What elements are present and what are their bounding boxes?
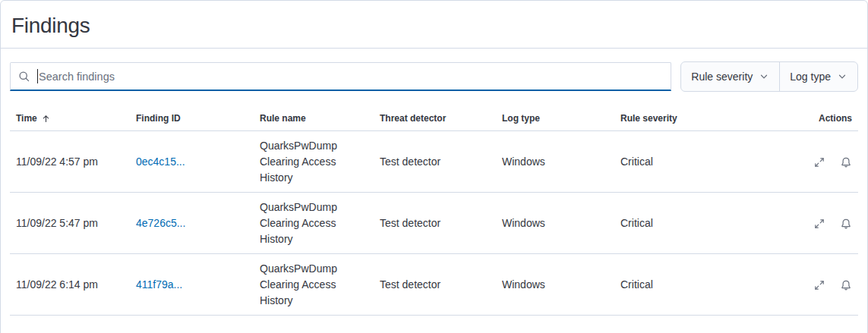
finding-row: 11/09/22 5:47 pm 4e726c5... QuarksPwDump… bbox=[10, 193, 858, 254]
finding-rule-name: QuarksPwDump Clearing Access History bbox=[254, 193, 374, 254]
finding-rule-name: QuarksPwDump Clearing Access History bbox=[254, 254, 374, 316]
column-header-rule-name: Rule name bbox=[254, 108, 374, 131]
column-header-rule-severity: Rule severity bbox=[614, 108, 759, 131]
page-title: Findings bbox=[11, 14, 857, 38]
finding-time: 11/09/22 5:47 pm bbox=[10, 193, 130, 254]
findings-table: Time Finding ID Rule name Threat detecto… bbox=[10, 108, 858, 316]
expand-finding-button[interactable] bbox=[813, 156, 825, 168]
search-input[interactable]: Search findings bbox=[10, 62, 671, 91]
findings-panel: Findings Search findings Rule severity bbox=[0, 0, 868, 333]
expand-finding-button[interactable] bbox=[813, 218, 825, 230]
finding-threat-detector: Test detector bbox=[374, 131, 496, 193]
column-header-actions: Actions bbox=[759, 108, 858, 131]
finding-rule-severity: Critical bbox=[614, 193, 759, 254]
sort-ascending-icon bbox=[41, 114, 51, 124]
search-icon bbox=[18, 71, 30, 83]
finding-id-link[interactable]: 411f79a... bbox=[136, 278, 182, 291]
search-placeholder: Search findings bbox=[39, 71, 115, 83]
finding-log-type: Windows bbox=[496, 193, 614, 254]
expand-diagonal-arrows-icon bbox=[813, 279, 825, 291]
chevron-down-icon bbox=[837, 71, 847, 82]
create-alert-bell-button[interactable] bbox=[840, 279, 852, 291]
filter-group: Rule severity Log type bbox=[680, 61, 858, 92]
column-header-finding-id: Finding ID bbox=[130, 108, 254, 131]
create-alert-bell-button[interactable] bbox=[840, 156, 852, 168]
filter-log-type-label: Log type bbox=[790, 71, 831, 83]
expand-diagonal-arrows-icon bbox=[813, 156, 825, 168]
filter-rule-severity-label: Rule severity bbox=[691, 71, 753, 83]
column-header-threat-detector: Threat detector bbox=[374, 108, 496, 131]
finding-id-link[interactable]: 4e726c5... bbox=[136, 217, 185, 229]
finding-threat-detector: Test detector bbox=[374, 193, 496, 254]
finding-time: 11/09/22 4:57 pm bbox=[10, 131, 130, 193]
filter-log-type[interactable]: Log type bbox=[779, 62, 857, 91]
text-cursor bbox=[37, 69, 38, 83]
filter-rule-severity[interactable]: Rule severity bbox=[681, 62, 779, 91]
finding-id-link[interactable]: 0ec4c15... bbox=[136, 156, 185, 168]
column-header-time[interactable]: Time bbox=[10, 108, 130, 131]
finding-rule-name: QuarksPwDump Clearing Access History bbox=[254, 131, 374, 193]
toolbar: Search findings Rule severity Log type bbox=[10, 61, 858, 92]
bell-icon bbox=[840, 156, 852, 168]
finding-rule-severity: Critical bbox=[614, 131, 759, 193]
finding-rule-severity: Critical bbox=[614, 254, 759, 316]
finding-time: 11/09/22 6:14 pm bbox=[10, 254, 130, 316]
chevron-down-icon bbox=[759, 71, 769, 82]
page-header: Findings bbox=[1, 1, 867, 49]
column-header-time-label: Time bbox=[16, 113, 37, 124]
expand-diagonal-arrows-icon bbox=[813, 218, 825, 230]
findings-content: Search findings Rule severity Log type bbox=[1, 49, 867, 316]
finding-row: 11/09/22 4:57 pm 0ec4c15... QuarksPwDump… bbox=[10, 131, 858, 193]
finding-log-type: Windows bbox=[496, 131, 614, 193]
bell-icon bbox=[840, 279, 852, 291]
column-header-log-type: Log type bbox=[496, 108, 614, 131]
table-header-row: Time Finding ID Rule name Threat detecto… bbox=[10, 108, 858, 131]
finding-row: 11/09/22 6:14 pm 411f79a... QuarksPwDump… bbox=[10, 254, 858, 316]
finding-log-type: Windows bbox=[496, 254, 614, 316]
finding-threat-detector: Test detector bbox=[374, 254, 496, 316]
bell-icon bbox=[840, 218, 852, 230]
create-alert-bell-button[interactable] bbox=[840, 218, 852, 230]
expand-finding-button[interactable] bbox=[813, 279, 825, 291]
